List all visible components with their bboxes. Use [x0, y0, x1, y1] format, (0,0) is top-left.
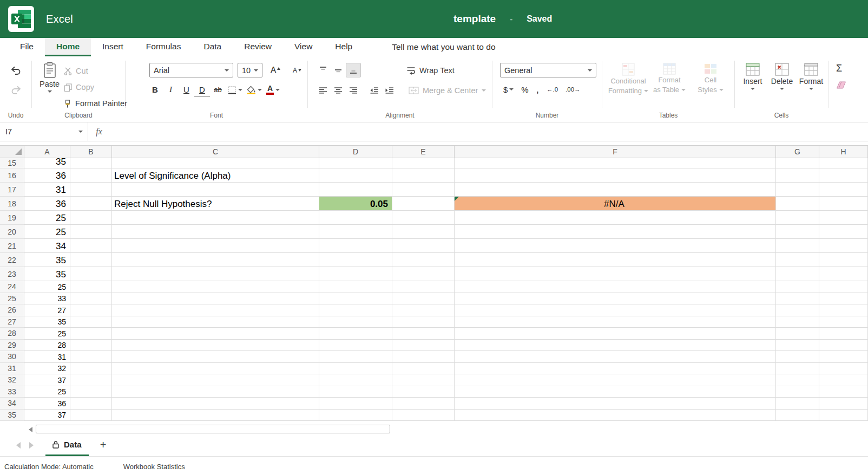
align-top-button[interactable]	[315, 63, 331, 77]
wrap-text-button[interactable]: Wrap Text	[406, 63, 455, 77]
column-header-E[interactable]: E	[392, 146, 455, 158]
cell-D27[interactable]	[319, 316, 392, 328]
increase-indent-button[interactable]	[382, 83, 397, 98]
cell-F16[interactable]	[455, 168, 776, 183]
tab-view[interactable]: View	[283, 38, 324, 56]
font-color-button[interactable]: A	[264, 82, 282, 97]
cell-D33[interactable]	[319, 386, 392, 398]
column-header-A[interactable]: A	[24, 146, 70, 158]
cell-E25[interactable]	[392, 293, 455, 305]
cell-B33[interactable]	[70, 386, 112, 398]
cell-A18[interactable]: 36	[24, 197, 70, 211]
save-status[interactable]: Saved	[527, 14, 552, 24]
cell-E26[interactable]	[392, 304, 455, 316]
cell-A35[interactable]: 37	[24, 410, 70, 421]
bold-button[interactable]: B	[147, 82, 163, 97]
cell-A28[interactable]: 25	[24, 328, 70, 340]
cell-C20[interactable]	[112, 225, 319, 239]
column-header-B[interactable]: B	[70, 146, 112, 158]
cell-H16[interactable]	[819, 168, 868, 183]
align-right-button[interactable]	[346, 83, 361, 98]
row-header-26[interactable]: 26	[0, 304, 24, 316]
cell-G33[interactable]	[776, 386, 819, 398]
cell-D35[interactable]	[319, 410, 392, 421]
tab-insert[interactable]: Insert	[91, 38, 135, 56]
cell-E17[interactable]	[392, 183, 455, 197]
merge-center-button[interactable]: Merge & Center	[409, 83, 486, 98]
horizontal-scrollbar-thumb[interactable]	[36, 425, 390, 433]
cell-C15[interactable]	[112, 158, 319, 168]
cell-C34[interactable]	[112, 398, 319, 410]
cell-B20[interactable]	[70, 225, 112, 239]
redo-button[interactable]	[10, 83, 22, 96]
cell-A27[interactable]: 35	[24, 316, 70, 328]
row-header-28[interactable]: 28	[0, 328, 24, 340]
italic-button[interactable]: I	[163, 82, 179, 97]
cell-D26[interactable]	[319, 304, 392, 316]
cell-B19[interactable]	[70, 211, 112, 225]
font-size-select[interactable]: 10	[238, 63, 262, 77]
cell-C22[interactable]	[112, 253, 319, 267]
cell-G22[interactable]	[776, 253, 819, 267]
cell-D16[interactable]	[319, 168, 392, 183]
cell-A16[interactable]: 36	[24, 168, 70, 183]
cell-E29[interactable]	[392, 340, 455, 352]
cell-H25[interactable]	[819, 293, 868, 305]
cell-D32[interactable]	[319, 374, 392, 386]
row-header-32[interactable]: 32	[0, 374, 24, 386]
cell-G23[interactable]	[776, 267, 819, 281]
cell-F25[interactable]	[455, 293, 776, 305]
cell-B29[interactable]	[70, 340, 112, 352]
cell-A21[interactable]: 34	[24, 239, 70, 253]
cell-C16[interactable]: Level of Significance (Alpha)	[112, 168, 319, 183]
cell-E21[interactable]	[392, 239, 455, 253]
cell-E22[interactable]	[392, 253, 455, 267]
cell-B22[interactable]	[70, 253, 112, 267]
cell-A20[interactable]: 25	[24, 225, 70, 239]
cell-B15[interactable]	[70, 158, 112, 168]
align-left-button[interactable]	[315, 83, 331, 98]
cell-A22[interactable]: 35	[24, 253, 70, 267]
sheet-nav-previous-icon[interactable]	[16, 442, 21, 449]
cell-C28[interactable]	[112, 328, 319, 340]
cell-H22[interactable]	[819, 253, 868, 267]
calculation-mode-status[interactable]: Calculation Mode: Automatic	[4, 463, 94, 474]
underline-button[interactable]: U	[179, 82, 194, 97]
cell-C27[interactable]	[112, 316, 319, 328]
cell-G17[interactable]	[776, 183, 819, 197]
cell-C29[interactable]	[112, 340, 319, 352]
cell-F18[interactable]: #N/A	[455, 197, 776, 211]
add-sheet-button[interactable]: +	[96, 439, 110, 451]
document-title[interactable]: template	[453, 13, 496, 25]
cell-E18[interactable]	[392, 197, 455, 211]
cell-H35[interactable]	[819, 410, 868, 421]
cell-D30[interactable]	[319, 351, 392, 363]
scroll-left-arrow-icon[interactable]	[29, 427, 32, 432]
cell-H17[interactable]	[819, 183, 868, 197]
tab-home[interactable]: Home	[45, 38, 91, 56]
format-painter-button[interactable]: Format Painter	[64, 96, 127, 111]
cell-B17[interactable]	[70, 183, 112, 197]
cell-A15[interactable]: 35	[24, 158, 70, 168]
grow-font-button[interactable]: A	[267, 63, 284, 77]
cell-G18[interactable]	[776, 197, 819, 211]
tab-formulas[interactable]: Formulas	[135, 38, 193, 56]
cell-G25[interactable]	[776, 293, 819, 305]
cell-A30[interactable]: 31	[24, 351, 70, 363]
cell-D17[interactable]	[319, 183, 392, 197]
cell-G28[interactable]	[776, 328, 819, 340]
align-middle-button[interactable]	[331, 63, 346, 77]
cell-B32[interactable]	[70, 374, 112, 386]
cell-C18[interactable]: Reject Null Hypothesis?	[112, 197, 319, 211]
row-header-35[interactable]: 35	[0, 410, 24, 421]
cell-B28[interactable]	[70, 328, 112, 340]
cell-B23[interactable]	[70, 267, 112, 281]
cell-D29[interactable]	[319, 340, 392, 352]
cell-D23[interactable]	[319, 267, 392, 281]
cell-D21[interactable]	[319, 239, 392, 253]
cell-G32[interactable]	[776, 374, 819, 386]
cell-F31[interactable]	[455, 363, 776, 375]
cell-F21[interactable]	[455, 239, 776, 253]
increase-decimal-button[interactable]: ←.0	[544, 82, 560, 96]
cell-F34[interactable]	[455, 398, 776, 410]
